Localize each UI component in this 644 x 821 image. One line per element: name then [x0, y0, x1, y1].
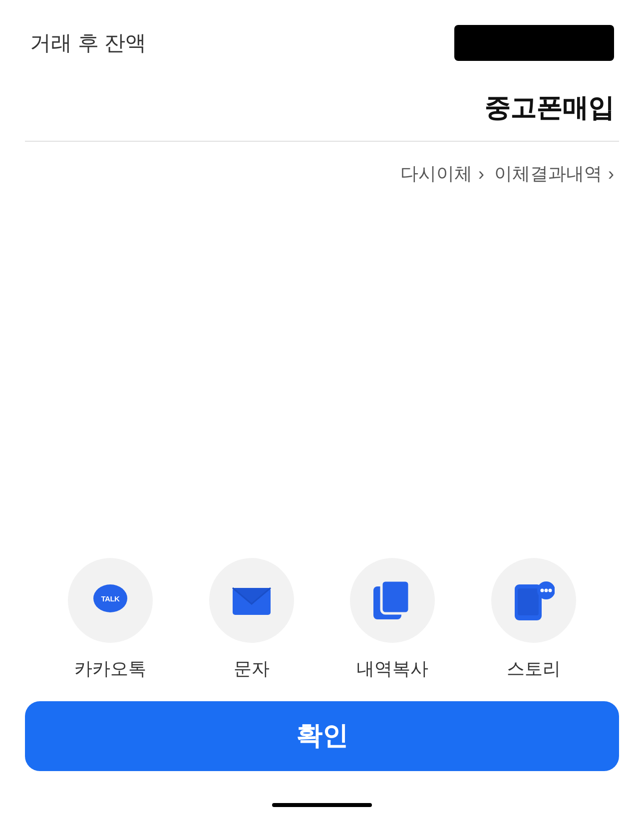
- story-icon-circle: [491, 558, 576, 643]
- svg-point-10: [541, 588, 544, 592]
- sms-label: 문자: [234, 657, 270, 681]
- copy-icon: [372, 579, 412, 622]
- copy-label: 내역복사: [356, 657, 428, 681]
- balance-section: 거래 후 잔액: [0, 0, 644, 81]
- breadcrumb-result[interactable]: 이체결과내역 ›: [494, 162, 614, 186]
- title-section: 중고폰매입: [0, 81, 644, 141]
- breadcrumb-retry-label: 다시이체: [400, 162, 472, 186]
- share-story[interactable]: 스토리: [491, 558, 576, 681]
- breadcrumb-retry[interactable]: 다시이체 ›: [400, 162, 484, 186]
- svg-point-11: [545, 588, 548, 592]
- confirm-button-label: 확인: [296, 719, 348, 754]
- kakao-icon-circle: TALK: [68, 558, 153, 643]
- chevron-right-icon-2: ›: [608, 164, 614, 185]
- story-icon: [512, 579, 555, 622]
- story-label: 스토리: [507, 657, 561, 681]
- chevron-right-icon: ›: [478, 164, 484, 185]
- kakao-label: 카카오톡: [74, 657, 146, 681]
- breadcrumb-section: 다시이체 › 이체결과내역 ›: [0, 142, 644, 206]
- balance-label: 거래 후 잔액: [30, 29, 146, 57]
- svg-rect-6: [381, 580, 409, 613]
- svg-text:TALK: TALK: [101, 594, 120, 603]
- sms-icon-circle: [209, 558, 294, 643]
- balance-value-redacted: [454, 25, 614, 61]
- svg-rect-8: [518, 588, 539, 615]
- kakao-talk-icon: TALK: [90, 580, 130, 620]
- share-kakao[interactable]: TALK 카카오톡: [68, 558, 153, 681]
- page-title: 중고폰매입: [484, 91, 614, 126]
- svg-point-12: [549, 588, 552, 592]
- confirm-button[interactable]: 확인: [25, 701, 619, 771]
- share-copy[interactable]: 내역복사: [350, 558, 435, 681]
- share-section: TALK 카카오톡 문자 내역복사: [0, 558, 644, 681]
- mail-icon: [232, 583, 272, 618]
- copy-icon-circle: [350, 558, 435, 643]
- breadcrumb-result-label: 이체결과내역: [494, 162, 602, 186]
- home-indicator: [272, 803, 372, 807]
- share-sms[interactable]: 문자: [209, 558, 294, 681]
